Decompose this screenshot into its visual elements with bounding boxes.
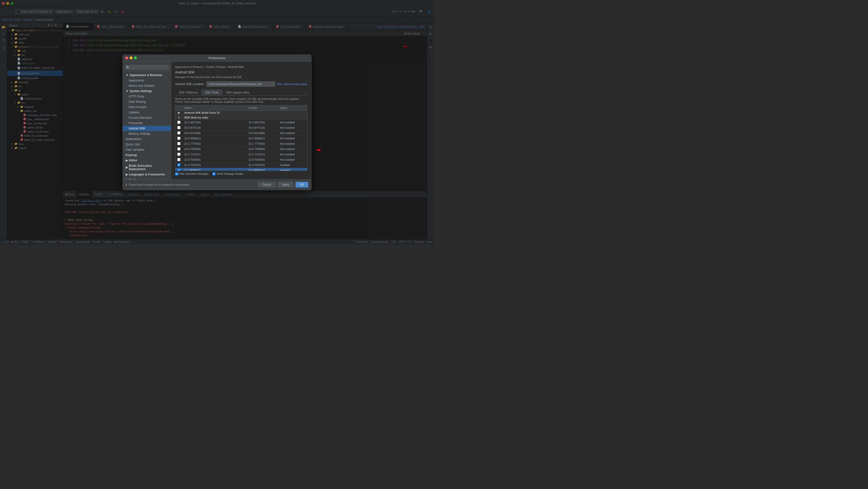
group-label: Android SDK Build-Tools 33 bbox=[182, 110, 307, 115]
item-checkbox[interactable] bbox=[177, 126, 180, 129]
table-row[interactable]: 23.0.7599858 23.0.7599858 Not installed bbox=[175, 146, 307, 152]
nav-quick-lists[interactable]: Quick Lists bbox=[123, 142, 171, 147]
row-status: Not installed bbox=[278, 146, 307, 152]
sdk-table-wrapper[interactable]: Name Version Status ▶ Android SDK Build-… bbox=[175, 105, 307, 171]
item-checkbox[interactable] bbox=[177, 142, 180, 145]
ok-button[interactable]: OK bbox=[296, 182, 308, 188]
sdk-tools-tab[interactable]: SDK Tools bbox=[202, 90, 222, 95]
nav-appearance-behavior[interactable]: ▼ Appearance & Behavior bbox=[123, 73, 171, 78]
row-name: 24.0.8215888 bbox=[182, 131, 247, 136]
dialog-close-button[interactable] bbox=[125, 56, 128, 59]
row-version: 21.4.7075529 bbox=[247, 162, 278, 168]
item-checkbox[interactable] bbox=[177, 158, 180, 161]
expand-icon: ▶ bbox=[126, 166, 128, 169]
row-version: 22.1.7171670 bbox=[247, 152, 278, 157]
sdk-platforms-tab[interactable]: SDK Platforms bbox=[175, 90, 202, 95]
dialog-annotation-arrow: ⬅ bbox=[316, 147, 321, 153]
sdk-location-label: Android SDK Location: bbox=[175, 82, 205, 86]
apply-button[interactable]: Apply bbox=[278, 182, 293, 188]
nav-editor[interactable]: ▶ Editor bbox=[123, 158, 171, 163]
group-build-tools: ▶ Android SDK Build-Tools 33 bbox=[175, 110, 307, 115]
row-version: 23.2.8568313 bbox=[247, 136, 278, 141]
hide-obsolete-label[interactable]: Hide Obsolete Packages bbox=[175, 172, 209, 175]
table-row[interactable]: 23.1.7779620 23.1.7779620 Not installed bbox=[175, 141, 307, 146]
nav-notifications[interactable]: Notifications bbox=[123, 137, 171, 142]
preferences-sidebar: ▼ Appearance & Behavior Appearance Menus… bbox=[123, 62, 171, 179]
table-row-selected[interactable]: 21.3.6528147 21.3.6528147 Installed bbox=[175, 168, 307, 171]
item-checkbox[interactable] bbox=[177, 121, 180, 124]
dialog-maximize-button[interactable] bbox=[134, 56, 137, 59]
sdk-location-input[interactable] bbox=[206, 81, 275, 87]
nav-path-variables[interactable]: Path Variables bbox=[123, 147, 171, 152]
expand-icon: ▶ bbox=[126, 173, 128, 176]
nav-date-formats[interactable]: Date Formats bbox=[123, 105, 171, 110]
item-checkbox[interactable] bbox=[177, 153, 180, 156]
table-row[interactable]: 24.0.8215888 24.0.8215888 Not installed bbox=[175, 131, 307, 136]
nav-keymap[interactable]: Keymap bbox=[123, 152, 171, 158]
row-name: 22.0.7026061 bbox=[182, 157, 247, 162]
dialog-minimize-button[interactable] bbox=[130, 56, 132, 59]
preferences-section-title: Android SDK bbox=[175, 70, 307, 74]
row-status: Not installed bbox=[278, 120, 307, 125]
group-expand-ndk[interactable]: ▼ bbox=[175, 115, 182, 120]
nav-android-sdk[interactable]: Android SDK bbox=[123, 126, 171, 131]
item-checkbox[interactable] bbox=[177, 147, 180, 150]
nav-system-settings[interactable]: ▼ System Settings bbox=[123, 88, 171, 94]
nav-passwords[interactable]: Passwords bbox=[123, 120, 171, 126]
row-version: 22.0.7026061 bbox=[247, 157, 278, 162]
nav-process-elevation[interactable]: Process Elevation bbox=[123, 115, 171, 120]
info-icon: ℹ bbox=[126, 183, 127, 186]
row-status: Not installed bbox=[278, 141, 307, 146]
preferences-search bbox=[123, 63, 171, 71]
preferences-title-bar: Preferences bbox=[123, 55, 311, 62]
col-name[interactable]: Name bbox=[182, 106, 247, 111]
row-status: Installed bbox=[278, 162, 307, 168]
nav-menus-toolbars[interactable]: Menus and Toolbars bbox=[123, 83, 171, 88]
nav-data-sharing[interactable]: Data Sharing bbox=[123, 99, 171, 105]
nav-appearance[interactable]: Appearance bbox=[123, 78, 171, 83]
row-version: 21.3.6528147 bbox=[247, 168, 278, 171]
col-checkbox bbox=[175, 106, 182, 111]
table-row[interactable]: 25.1.8937393 25.1.8937393 Not installed bbox=[175, 120, 307, 125]
row-status: Not installed bbox=[278, 125, 307, 131]
table-row[interactable]: 25.0.8775105 25.0.8775105 Not installed bbox=[175, 125, 307, 131]
item-checkbox[interactable] bbox=[177, 169, 180, 171]
col-status[interactable]: Status bbox=[278, 106, 307, 111]
nav-updates[interactable]: Updates bbox=[123, 110, 171, 115]
expand-icon: ▼ bbox=[126, 89, 129, 93]
item-checkbox[interactable] bbox=[177, 163, 180, 167]
row-name: 23.1.7779620 bbox=[182, 141, 247, 146]
sdk-edit-link[interactable]: Edit bbox=[277, 83, 282, 86]
row-status: Installed bbox=[278, 168, 307, 171]
preferences-dialog: Preferences ▼ Appearance & Behavior Appe… bbox=[123, 55, 311, 190]
modal-overlay: Preferences ▼ Appearance & Behavior Appe… bbox=[0, 0, 434, 244]
group-expand[interactable]: ▶ bbox=[175, 110, 182, 115]
table-row[interactable]: 21.4.7075529 21.4.7075529 Installed bbox=[175, 162, 307, 168]
nav-build-execution[interactable]: ▶ Build, Execution, Deployment bbox=[123, 163, 171, 172]
row-status: Not installed bbox=[278, 157, 307, 162]
table-row[interactable]: 22.1.7171670 22.1.7171670 Not installed bbox=[175, 152, 307, 157]
item-checkbox[interactable] bbox=[177, 131, 180, 135]
cancel-button[interactable]: Cancel bbox=[258, 182, 275, 188]
row-status: Not installed bbox=[278, 136, 307, 141]
table-row[interactable]: 22.0.7026061 22.0.7026061 Not installed bbox=[175, 157, 307, 162]
row-status: Not installed bbox=[278, 131, 307, 136]
row-status: Not installed bbox=[278, 152, 307, 157]
preferences-search-input[interactable] bbox=[125, 65, 169, 70]
nav-tools[interactable]: ▶ Tools bbox=[123, 177, 171, 179]
preferences-title: Preferences bbox=[209, 56, 225, 60]
row-version: 25.0.8775105 bbox=[247, 125, 278, 131]
item-checkbox[interactable] bbox=[177, 137, 180, 140]
nav-languages[interactable]: ▶ Languages & Frameworks bbox=[123, 172, 171, 177]
show-package-details-checkbox[interactable] bbox=[212, 172, 216, 175]
row-checkbox[interactable] bbox=[175, 120, 182, 125]
nav-memory-settings[interactable]: Memory Settings bbox=[123, 131, 171, 137]
sdk-update-sites-tab[interactable]: SDK Update Sites bbox=[222, 90, 253, 95]
col-version[interactable]: Version bbox=[247, 106, 278, 111]
row-name: 25.0.8775105 bbox=[182, 125, 247, 131]
show-package-details-label[interactable]: Show Package Details bbox=[212, 172, 243, 175]
nav-http-proxy[interactable]: HTTP Proxy bbox=[123, 94, 171, 99]
hide-obsolete-checkbox[interactable] bbox=[175, 172, 178, 175]
table-row[interactable]: 23.2.8568313 23.2.8568313 Not installed bbox=[175, 136, 307, 141]
sdk-optimize-link[interactable]: Optimize disk space bbox=[284, 83, 307, 86]
